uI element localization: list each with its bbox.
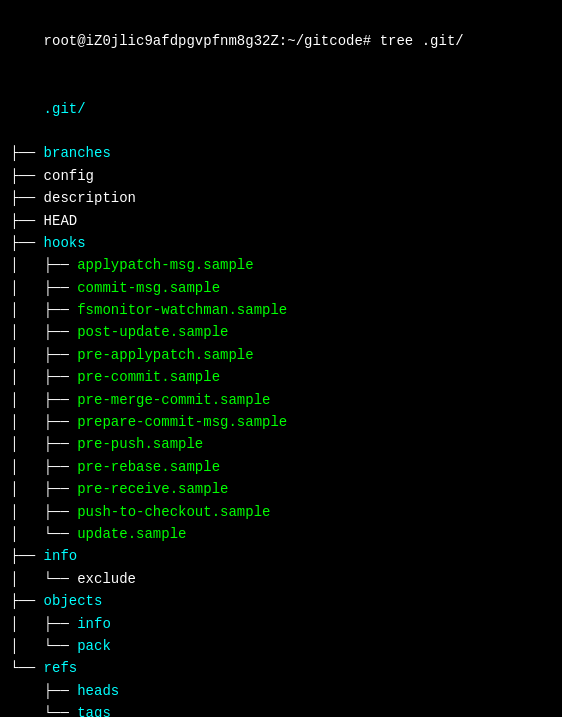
line-config: ├── config — [10, 165, 552, 187]
line-applypatch: │ ├── applypatch-msg.sample — [10, 254, 552, 276]
line-pre-rebase: │ ├── pre-rebase.sample — [10, 456, 552, 478]
line-hooks: ├── hooks — [10, 232, 552, 254]
line-branches: ├── branches — [10, 142, 552, 164]
line-pre-applypatch: │ ├── pre-applypatch.sample — [10, 344, 552, 366]
line-pre-commit: │ ├── pre-commit.sample — [10, 366, 552, 388]
line-commit-msg: │ ├── commit-msg.sample — [10, 277, 552, 299]
line-fsmonitor: │ ├── fsmonitor-watchman.sample — [10, 299, 552, 321]
line-update: │ └── update.sample — [10, 523, 552, 545]
line-exclude: │ └── exclude — [10, 568, 552, 590]
line-push-checkout: │ ├── push-to-checkout.sample — [10, 501, 552, 523]
line-tags: └── tags — [10, 702, 552, 717]
line-info: ├── info — [10, 545, 552, 567]
line-refs: └── refs — [10, 657, 552, 679]
root-dir: .git/ — [44, 101, 86, 117]
line-post-update: │ ├── post-update.sample — [10, 321, 552, 343]
line-pack: │ └── pack — [10, 635, 552, 657]
terminal: root@iZ0jlic9afdpgvpfnm8g32Z:~/gitcode# … — [0, 0, 562, 717]
line-prepare-commit: │ ├── prepare-commit-msg.sample — [10, 411, 552, 433]
line-objects: ├── objects — [10, 590, 552, 612]
line-objects-info: │ ├── info — [10, 613, 552, 635]
line-pre-merge: │ ├── pre-merge-commit.sample — [10, 389, 552, 411]
root-dir-line: .git/ — [10, 75, 552, 142]
line-head: ├── HEAD — [10, 210, 552, 232]
prompt-text: root@iZ0jlic9afdpgvpfnm8g32Z:~/gitcode# … — [44, 33, 464, 49]
line-heads: ├── heads — [10, 680, 552, 702]
line-description: ├── description — [10, 187, 552, 209]
line-pre-receive: │ ├── pre-receive.sample — [10, 478, 552, 500]
line-pre-push: │ ├── pre-push.sample — [10, 433, 552, 455]
prompt-line: root@iZ0jlic9afdpgvpfnm8g32Z:~/gitcode# … — [10, 8, 552, 75]
